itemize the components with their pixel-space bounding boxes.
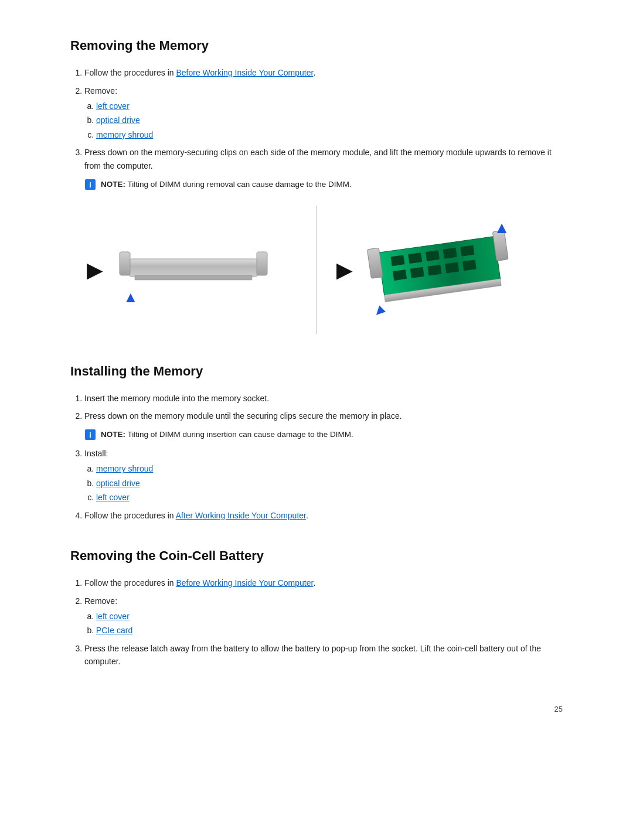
optical-drive-link-1[interactable]: optical drive [96,115,140,125]
left-cover-link-3[interactable]: left cover [96,612,130,621]
svg-rect-11 [460,245,474,257]
memory-shroud-link-2[interactable]: memory shroud [96,464,153,473]
step-3: Press down on the memory-securing clips … [84,146,563,190]
left-cover-link-1[interactable]: left cover [96,101,130,111]
svg-rect-12 [393,269,407,281]
note-icon-2: i [84,429,96,441]
coin-remove-items: left cover PCIe card [96,610,563,637]
svg-rect-5 [135,275,252,280]
svg-text:i: i [89,180,91,189]
note-icon-1: i [84,179,96,190]
after-working-link[interactable]: After Working Inside Your Computer [176,511,306,520]
install-step-4: Follow the procedures in After Working I… [84,509,563,522]
install-items: memory shroud optical drive left cover [96,462,563,504]
removing-memory-section: Removing the Memory Follow the procedure… [70,35,563,337]
svg-rect-7 [391,255,405,267]
optical-drive-link-2[interactable]: optical drive [96,479,140,488]
play-icon-right[interactable]: ▶ [336,253,353,287]
svg-rect-10 [443,248,457,259]
coin-cell-title: Removing the Coin-Cell Battery [70,545,563,566]
before-working-link-2[interactable]: Before Working Inside Your Computer [176,578,313,588]
memory-shroud-link-1[interactable]: memory shroud [96,130,153,139]
coin-cell-steps: Follow the procedures in Before Working … [84,576,563,668]
sub-item-memory-shroud: memory shroud [96,128,563,141]
pcie-card-link[interactable]: PCIe card [96,626,132,635]
coin-cell-section: Removing the Coin-Cell Battery Follow th… [70,545,563,668]
svg-rect-16 [462,260,477,271]
removing-memory-title: Removing the Memory [70,35,563,56]
note-box-2: i NOTE: Tilting of DIMM during insertion… [84,428,563,441]
svg-rect-9 [426,250,440,261]
svg-rect-4 [257,252,267,275]
svg-rect-15 [445,262,459,274]
memory-flat-svg [117,241,270,294]
memory-diagram: ▶ ▲ [70,203,563,337]
svg-rect-13 [410,267,424,278]
arrow-up: ▲ [494,215,510,241]
install-step-2: Press down on the memory module until th… [84,409,563,441]
coin-step-3: Press the release latch away from the ba… [84,642,563,668]
install-step-3: Install: memory shroud optical drive lef… [84,447,563,504]
sub-item-optical-drive: optical drive [96,114,563,127]
coin-sub-left-cover: left cover [96,610,563,623]
svg-text:i: i [89,431,91,439]
page-number: 25 [70,704,563,716]
sub-item-left-cover: left cover [96,100,563,112]
install-sub-memory-shroud: memory shroud [96,462,563,475]
step-2: Remove: left cover optical drive memory … [84,84,563,142]
remove-items: left cover optical drive memory shroud [96,100,563,141]
install-step-1: Insert the memory module into the memory… [84,392,563,405]
svg-rect-14 [427,265,441,276]
before-working-link[interactable]: Before Working Inside Your Computer [176,68,313,77]
svg-rect-2 [129,259,258,276]
coin-step-1: Follow the procedures in Before Working … [84,576,563,589]
diagram-right: ▲ ▶ ▲ [316,206,563,334]
arrow-down-left: ▲ [123,285,138,310]
note-text-1: NOTE: Tilting of DIMM during removal can… [101,178,352,191]
install-sub-left-cover: left cover [96,491,563,504]
removing-memory-steps: Follow the procedures in Before Working … [84,66,563,190]
installing-memory-steps: Insert the memory module into the memory… [84,392,563,522]
installing-memory-title: Installing the Memory [70,361,563,381]
coin-sub-pcie-card: PCIe card [96,624,563,637]
installing-memory-section: Installing the Memory Insert the memory … [70,361,563,523]
play-icon-left[interactable]: ▶ [87,253,103,287]
step-1: Follow the procedures in Before Working … [84,66,563,79]
diagram-left: ▶ ▲ [70,206,316,334]
note-box-1: i NOTE: Tilting of DIMM during removal c… [84,178,563,191]
coin-step-2: Remove: left cover PCIe card [84,595,563,637]
svg-rect-8 [408,253,422,264]
install-sub-optical-drive: optical drive [96,477,563,490]
note-text-2: NOTE: Tilting of DIMM during insertion c… [101,428,353,441]
svg-rect-3 [120,252,130,275]
left-cover-link-2[interactable]: left cover [96,493,130,502]
